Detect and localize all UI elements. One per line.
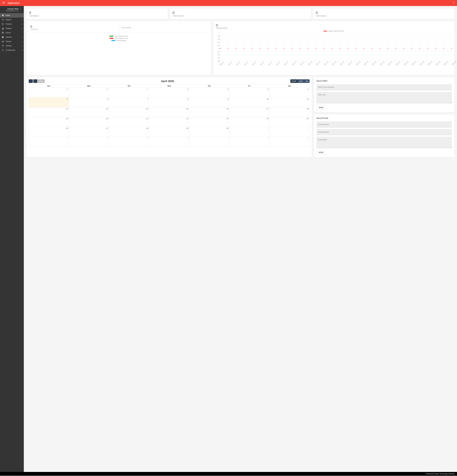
- footer: Powered By Open Technology Solutions: [0, 472, 457, 476]
- calendar-cell[interactable]: 27: [69, 127, 109, 137]
- email-send-button[interactable]: SEND: [316, 150, 326, 155]
- svg-rect-7: [3, 24, 4, 24]
- calendar-cell[interactable]: 24: [229, 117, 269, 127]
- calendar-cell[interactable]: 20: [69, 117, 109, 127]
- calendar-cell[interactable]: 13: [69, 107, 109, 117]
- calendar-cell[interactable]: 2: [189, 88, 229, 98]
- svg-rect-15: [2, 42, 2, 42]
- svg-rect-16: [3, 41, 3, 42]
- calendar-next-button[interactable]: [33, 79, 37, 83]
- calendar-cell[interactable]: 8: [229, 137, 269, 146]
- calendar-prev-button[interactable]: [29, 79, 33, 83]
- sidebar-item-home[interactable]: Home: [0, 13, 24, 17]
- sms-text-input[interactable]: [316, 92, 452, 103]
- calendar-cell[interactable]: 6: [149, 137, 189, 146]
- calendar-cell[interactable]: 30: [69, 88, 109, 98]
- svg-rect-4: [2, 23, 3, 24]
- calendar-cell[interactable]: 17: [229, 107, 269, 117]
- email-address-input[interactable]: [316, 121, 452, 128]
- calendar-cell[interactable]: 31: [109, 88, 149, 98]
- chart-plot-area: 10.80.60.40.20-0.2-0.4-0.6-0.8-1: [220, 33, 452, 64]
- chart-legend: Repair Payments Chart: [216, 30, 452, 32]
- calendar-cell[interactable]: 25: [269, 117, 309, 127]
- calendar-cell[interactable]: 3: [29, 137, 69, 146]
- chevron-down-icon: ▾: [21, 50, 22, 51]
- calendar-cell[interactable]: 18: [269, 107, 309, 117]
- sidebar-item-repairs[interactable]: Repairs ▾: [0, 17, 24, 22]
- calendar-cell[interactable]: 12: [29, 107, 69, 117]
- calendar-cell[interactable]: 7: [109, 98, 149, 107]
- svg-rect-12: [2, 32, 4, 33]
- calendar-cell[interactable]: 22: [149, 117, 189, 127]
- data-point: [276, 48, 276, 49]
- sidebar-item-label: Settings: [6, 45, 21, 47]
- y-tick: -0.2: [216, 51, 220, 52]
- calendar-cell[interactable]: 21: [109, 117, 149, 127]
- calendar-cell[interactable]: 9: [189, 98, 229, 107]
- kpi-label: Total Customers: [173, 15, 308, 17]
- calendar-cell[interactable]: 3: [229, 88, 269, 98]
- calendar-cell[interactable]: 23: [189, 117, 229, 127]
- legend-label: Stock Value by Cost: [114, 37, 128, 39]
- calendar-cell[interactable]: 2: [269, 127, 309, 137]
- calendar-view-day[interactable]: day: [304, 79, 309, 83]
- data-point: [371, 48, 372, 49]
- sidebar-item-settings[interactable]: Settings ▾: [0, 44, 24, 48]
- y-tick: -0.8: [216, 60, 220, 62]
- sidebar-item-peoples[interactable]: Peoples ▾: [0, 26, 24, 31]
- user-name: Usman Sher: [2, 8, 19, 10]
- sidebar-item-products[interactable]: Products ▾: [0, 22, 24, 26]
- legend-swatch: [109, 36, 113, 37]
- calendar-cell[interactable]: 4: [69, 137, 109, 146]
- more-icon[interactable]: [452, 1, 455, 5]
- data-point: [260, 48, 260, 49]
- email-subject-input[interactable]: [316, 129, 452, 135]
- kpi-label: Total Quantity: [122, 27, 207, 28]
- data-point: [435, 48, 436, 49]
- calendar-today-button[interactable]: today: [38, 79, 45, 83]
- svg-rect-6: [3, 23, 4, 24]
- calendar-view-month[interactable]: month: [290, 79, 298, 83]
- calendar-cell[interactable]: 14: [109, 107, 149, 117]
- chevron-left-icon[interactable]: [20, 8, 22, 11]
- sidebar-item-configuration[interactable]: Configuration ▾: [0, 48, 24, 52]
- sms-phone-input[interactable]: [316, 84, 452, 90]
- calendar-cell[interactable]: 6: [69, 98, 109, 107]
- email-body-input[interactable]: [316, 137, 452, 148]
- reports-icon: [2, 40, 4, 43]
- calendar-cell[interactable]: 1: [229, 127, 269, 137]
- sidebar-item-events[interactable]: Events: [0, 31, 24, 35]
- calendar-cell[interactable]: 5: [29, 98, 69, 107]
- calendar-day-header: Sun: [29, 84, 69, 88]
- calendar-cell[interactable]: 26: [29, 127, 69, 137]
- sidebar-item-reports[interactable]: Reports ▾: [0, 39, 24, 44]
- calendar-cell[interactable]: 1: [149, 88, 189, 98]
- calendar-cell[interactable]: 10: [229, 98, 269, 107]
- calendar-cell[interactable]: 19: [29, 117, 69, 127]
- kpi-card: 0Total Inventory: [313, 9, 454, 19]
- kpi-value: 0: [216, 23, 452, 27]
- sidebar-item-importer[interactable]: Importer ▾: [0, 35, 24, 39]
- calendar-cell[interactable]: 30: [189, 127, 229, 137]
- legend-item: Stock Value by Price: [109, 35, 128, 37]
- svg-point-0: [453, 2, 454, 2]
- calendar-cell[interactable]: 7: [189, 137, 229, 146]
- hamburger-icon[interactable]: [2, 1, 5, 5]
- legend-item: Profit Estimate: [112, 40, 126, 41]
- calendar-cell[interactable]: 8: [149, 98, 189, 107]
- calendar-cell[interactable]: 9: [269, 137, 309, 146]
- calendar-cell[interactable]: 5: [109, 137, 149, 146]
- events-icon: [2, 32, 4, 34]
- settings-icon: [2, 45, 4, 47]
- calendar-cell[interactable]: 15: [149, 107, 189, 117]
- sms-send-button[interactable]: SEND: [316, 105, 326, 110]
- calendar-cell[interactable]: 4: [269, 88, 309, 98]
- calendar-view-week[interactable]: week: [298, 79, 304, 83]
- calendar-cell[interactable]: 29: [149, 127, 189, 137]
- data-point: [331, 48, 332, 49]
- calendar-cell[interactable]: 28: [109, 127, 149, 137]
- calendar-cell[interactable]: 29: [29, 88, 69, 98]
- main-content: 0Total Repairs0Total Customers0Total Inv…: [24, 6, 457, 472]
- calendar-cell[interactable]: 16: [189, 107, 229, 117]
- calendar-cell[interactable]: 11: [269, 98, 309, 107]
